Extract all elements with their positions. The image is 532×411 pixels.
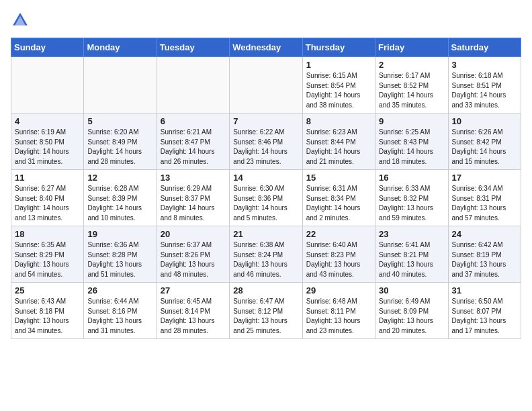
weekday-monday: Monday: [84, 38, 157, 57]
day-cell-2: 2Sunrise: 6:17 AM Sunset: 8:52 PM Daylig…: [375, 57, 448, 113]
empty-cell: [84, 57, 157, 113]
weekday-saturday: Saturday: [448, 38, 521, 57]
empty-cell: [157, 57, 229, 113]
day-cell-23: 23Sunrise: 6:41 AM Sunset: 8:21 PM Dayli…: [375, 226, 448, 283]
weekday-wednesday: Wednesday: [230, 38, 302, 57]
day-cell-16: 16Sunrise: 6:33 AM Sunset: 8:32 PM Dayli…: [375, 170, 448, 226]
day-info: Sunrise: 6:43 AM Sunset: 8:18 PM Dayligh…: [15, 297, 80, 336]
day-cell-18: 18Sunrise: 6:35 AM Sunset: 8:29 PM Dayli…: [11, 226, 84, 283]
day-info: Sunrise: 6:50 AM Sunset: 8:07 PM Dayligh…: [452, 297, 517, 336]
day-info: Sunrise: 6:28 AM Sunset: 8:39 PM Dayligh…: [87, 184, 152, 223]
day-info: Sunrise: 6:33 AM Sunset: 8:32 PM Dayligh…: [379, 184, 444, 223]
day-number: 2: [379, 60, 444, 70]
day-cell-7: 7Sunrise: 6:22 AM Sunset: 8:46 PM Daylig…: [230, 113, 302, 170]
day-info: Sunrise: 6:44 AM Sunset: 8:16 PM Dayligh…: [87, 297, 152, 336]
day-info: Sunrise: 6:21 AM Sunset: 8:47 PM Dayligh…: [161, 128, 226, 167]
day-info: Sunrise: 6:20 AM Sunset: 8:49 PM Dayligh…: [87, 128, 152, 167]
day-cell-4: 4Sunrise: 6:19 AM Sunset: 8:50 PM Daylig…: [11, 113, 84, 170]
day-info: Sunrise: 6:17 AM Sunset: 8:52 PM Dayligh…: [379, 71, 444, 110]
day-cell-27: 27Sunrise: 6:45 AM Sunset: 8:14 PM Dayli…: [157, 283, 229, 339]
weekday-friday: Friday: [375, 38, 448, 57]
day-info: Sunrise: 6:23 AM Sunset: 8:44 PM Dayligh…: [306, 128, 371, 167]
week-row-3: 11Sunrise: 6:27 AM Sunset: 8:40 PM Dayli…: [11, 170, 521, 226]
day-info: Sunrise: 6:22 AM Sunset: 8:46 PM Dayligh…: [233, 128, 298, 167]
day-number: 11: [15, 173, 80, 183]
day-info: Sunrise: 6:19 AM Sunset: 8:50 PM Dayligh…: [15, 128, 80, 167]
day-cell-8: 8Sunrise: 6:23 AM Sunset: 8:44 PM Daylig…: [302, 113, 375, 170]
day-number: 27: [161, 285, 226, 295]
day-number: 7: [233, 116, 298, 126]
day-cell-9: 9Sunrise: 6:25 AM Sunset: 8:43 PM Daylig…: [375, 113, 448, 170]
day-number: 14: [233, 173, 298, 183]
day-cell-24: 24Sunrise: 6:42 AM Sunset: 8:19 PM Dayli…: [448, 226, 521, 283]
day-info: Sunrise: 6:26 AM Sunset: 8:42 PM Dayligh…: [452, 128, 517, 167]
day-number: 18: [15, 229, 80, 239]
day-cell-30: 30Sunrise: 6:49 AM Sunset: 8:09 PM Dayli…: [375, 283, 448, 339]
day-number: 6: [161, 116, 226, 126]
day-cell-1: 1Sunrise: 6:15 AM Sunset: 8:54 PM Daylig…: [302, 57, 375, 113]
day-cell-15: 15Sunrise: 6:31 AM Sunset: 8:34 PM Dayli…: [302, 170, 375, 226]
day-cell-10: 10Sunrise: 6:26 AM Sunset: 8:42 PM Dayli…: [448, 113, 521, 170]
day-cell-13: 13Sunrise: 6:29 AM Sunset: 8:37 PM Dayli…: [157, 170, 229, 226]
day-cell-31: 31Sunrise: 6:50 AM Sunset: 8:07 PM Dayli…: [448, 283, 521, 339]
day-number: 20: [161, 229, 226, 239]
week-row-4: 18Sunrise: 6:35 AM Sunset: 8:29 PM Dayli…: [11, 226, 521, 283]
day-number: 25: [15, 285, 80, 295]
day-info: Sunrise: 6:15 AM Sunset: 8:54 PM Dayligh…: [306, 71, 371, 110]
weekday-thursday: Thursday: [302, 38, 375, 57]
day-info: Sunrise: 6:18 AM Sunset: 8:51 PM Dayligh…: [452, 71, 517, 110]
day-number: 4: [15, 116, 80, 126]
day-info: Sunrise: 6:25 AM Sunset: 8:43 PM Dayligh…: [379, 128, 444, 167]
day-number: 29: [306, 285, 371, 295]
day-number: 17: [452, 173, 517, 183]
logo: [11, 11, 32, 30]
day-cell-20: 20Sunrise: 6:37 AM Sunset: 8:26 PM Dayli…: [157, 226, 229, 283]
day-number: 3: [452, 60, 517, 70]
day-number: 21: [233, 229, 298, 239]
day-cell-3: 3Sunrise: 6:18 AM Sunset: 8:51 PM Daylig…: [448, 57, 521, 113]
day-number: 28: [233, 285, 298, 295]
weekday-header-row: SundayMondayTuesdayWednesdayThursdayFrid…: [11, 38, 521, 57]
empty-cell: [230, 57, 302, 113]
calendar-table: SundayMondayTuesdayWednesdayThursdayFrid…: [11, 38, 521, 339]
day-info: Sunrise: 6:47 AM Sunset: 8:12 PM Dayligh…: [233, 297, 298, 336]
day-cell-5: 5Sunrise: 6:20 AM Sunset: 8:49 PM Daylig…: [84, 113, 157, 170]
weekday-tuesday: Tuesday: [157, 38, 229, 57]
day-cell-26: 26Sunrise: 6:44 AM Sunset: 8:16 PM Dayli…: [84, 283, 157, 339]
page-header: [11, 11, 521, 30]
day-cell-25: 25Sunrise: 6:43 AM Sunset: 8:18 PM Dayli…: [11, 283, 84, 339]
day-info: Sunrise: 6:31 AM Sunset: 8:34 PM Dayligh…: [306, 184, 371, 223]
calendar-body: 1Sunrise: 6:15 AM Sunset: 8:54 PM Daylig…: [11, 57, 521, 339]
day-cell-11: 11Sunrise: 6:27 AM Sunset: 8:40 PM Dayli…: [11, 170, 84, 226]
day-number: 10: [452, 116, 517, 126]
day-info: Sunrise: 6:30 AM Sunset: 8:36 PM Dayligh…: [233, 184, 298, 223]
day-cell-29: 29Sunrise: 6:48 AM Sunset: 8:11 PM Dayli…: [302, 283, 375, 339]
day-cell-28: 28Sunrise: 6:47 AM Sunset: 8:12 PM Dayli…: [230, 283, 302, 339]
day-number: 19: [87, 229, 152, 239]
day-info: Sunrise: 6:48 AM Sunset: 8:11 PM Dayligh…: [306, 297, 371, 336]
day-info: Sunrise: 6:41 AM Sunset: 8:21 PM Dayligh…: [379, 240, 444, 279]
day-cell-19: 19Sunrise: 6:36 AM Sunset: 8:28 PM Dayli…: [84, 226, 157, 283]
day-number: 31: [452, 285, 517, 295]
day-cell-14: 14Sunrise: 6:30 AM Sunset: 8:36 PM Dayli…: [230, 170, 302, 226]
day-number: 15: [306, 173, 371, 183]
logo-icon: [11, 11, 30, 30]
day-info: Sunrise: 6:36 AM Sunset: 8:28 PM Dayligh…: [87, 240, 152, 279]
day-cell-17: 17Sunrise: 6:34 AM Sunset: 8:31 PM Dayli…: [448, 170, 521, 226]
day-cell-22: 22Sunrise: 6:40 AM Sunset: 8:23 PM Dayli…: [302, 226, 375, 283]
day-number: 24: [452, 229, 517, 239]
day-number: 8: [306, 116, 371, 126]
day-info: Sunrise: 6:45 AM Sunset: 8:14 PM Dayligh…: [161, 297, 226, 336]
day-info: Sunrise: 6:35 AM Sunset: 8:29 PM Dayligh…: [15, 240, 80, 279]
day-cell-6: 6Sunrise: 6:21 AM Sunset: 8:47 PM Daylig…: [157, 113, 229, 170]
day-number: 9: [379, 116, 444, 126]
day-number: 22: [306, 229, 371, 239]
day-number: 1: [306, 60, 371, 70]
day-info: Sunrise: 6:34 AM Sunset: 8:31 PM Dayligh…: [452, 184, 517, 223]
day-cell-12: 12Sunrise: 6:28 AM Sunset: 8:39 PM Dayli…: [84, 170, 157, 226]
day-cell-21: 21Sunrise: 6:38 AM Sunset: 8:24 PM Dayli…: [230, 226, 302, 283]
day-number: 16: [379, 173, 444, 183]
day-number: 5: [87, 116, 152, 126]
week-row-1: 1Sunrise: 6:15 AM Sunset: 8:54 PM Daylig…: [11, 57, 521, 113]
week-row-2: 4Sunrise: 6:19 AM Sunset: 8:50 PM Daylig…: [11, 113, 521, 170]
